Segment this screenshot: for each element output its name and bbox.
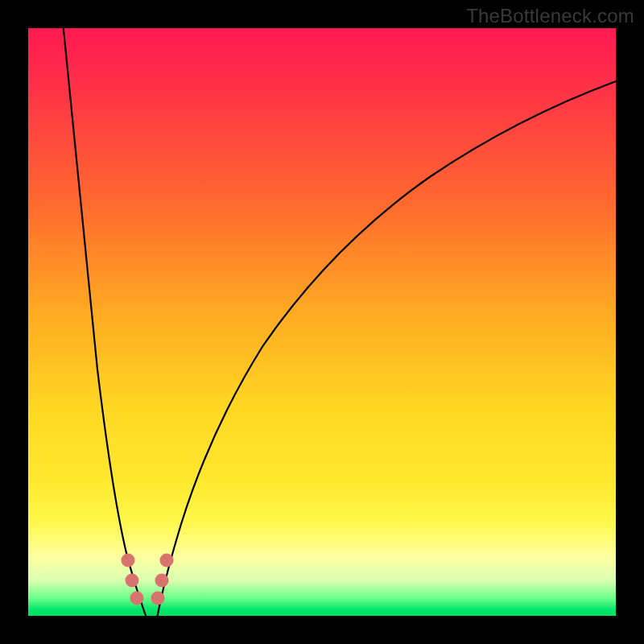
plot-area: [28, 28, 616, 616]
dot: [130, 592, 144, 605]
dots-layer: [28, 28, 616, 616]
dot: [126, 574, 139, 588]
watermark-text: TheBottleneck.com: [466, 5, 634, 27]
dot: [160, 554, 174, 568]
dot: [155, 574, 169, 588]
outer-frame: TheBottleneck.com: [0, 0, 644, 644]
dot: [122, 554, 135, 568]
dot: [151, 592, 165, 605]
